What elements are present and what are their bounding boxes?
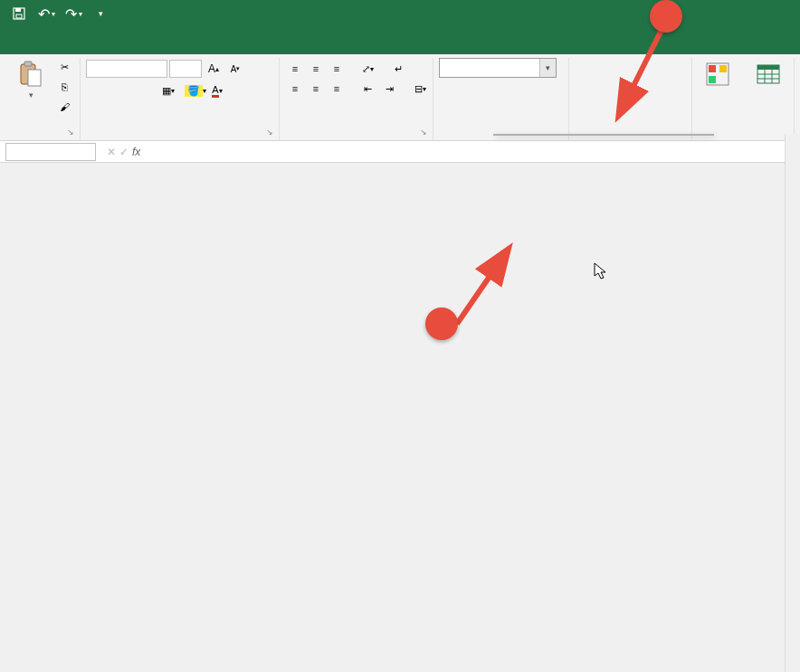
- font-name-select[interactable]: [86, 60, 167, 78]
- number-format-combo[interactable]: ▾: [439, 58, 557, 78]
- cut-button[interactable]: ✂: [54, 58, 74, 76]
- align-center-button[interactable]: ≡: [306, 80, 326, 98]
- svg-rect-5: [28, 70, 41, 86]
- qat-customize[interactable]: ▾: [89, 3, 112, 24]
- decrease-indent-button[interactable]: ⇤: [357, 80, 377, 98]
- font-color-button[interactable]: A▾: [207, 81, 227, 99]
- bold-button[interactable]: [86, 81, 106, 99]
- align-middle-button[interactable]: ≡: [306, 60, 326, 78]
- align-bottom-button[interactable]: ≡: [327, 60, 347, 78]
- callout-2: [425, 308, 458, 340]
- number-format-menu: [493, 134, 714, 136]
- number-format-dropdown-arrow[interactable]: ▾: [539, 59, 556, 77]
- mouse-cursor: [594, 262, 608, 280]
- align-top-button[interactable]: ≡: [285, 60, 305, 78]
- underline-button[interactable]: [129, 81, 149, 99]
- group-number: ▾: [433, 58, 569, 140]
- svg-rect-9: [709, 76, 716, 83]
- font-launcher[interactable]: ↘: [264, 128, 275, 138]
- svg-line-19: [457, 251, 507, 324]
- callout-1: [650, 0, 682, 33]
- cond-format-icon: [703, 60, 732, 89]
- align-left-button[interactable]: ≡: [285, 80, 305, 98]
- format-painter-button[interactable]: 🖌: [54, 98, 74, 116]
- group-alignment: ≡ ≡ ≡ ⤢▾ ↵ ≡ ≡ ≡ ⇤ ⇥ ⊟▾: [280, 58, 433, 140]
- undo-button[interactable]: ↶▾: [34, 3, 58, 24]
- fx-button[interactable]: fx: [132, 146, 140, 158]
- group-clipboard: ▾ ✂ ⎘ 🖌 ↘: [5, 58, 81, 140]
- save-button[interactable]: [7, 3, 31, 24]
- formula-bar: ✕ ✓ fx: [0, 141, 800, 163]
- enter-formula-button[interactable]: ✓: [119, 146, 129, 158]
- quick-access-toolbar: ↶▾ ↷▾ ▾: [7, 3, 112, 24]
- cancel-formula-button[interactable]: ✕: [107, 146, 116, 158]
- group-font: A▴ A▾ ▦▾ 🪣▾ A▾ ↘: [81, 58, 280, 140]
- decrease-font-button[interactable]: A▾: [225, 60, 245, 78]
- increase-indent-button[interactable]: ⇥: [379, 80, 399, 98]
- paste-button[interactable]: ▾: [11, 58, 51, 101]
- vertical-scrollbar[interactable]: [785, 134, 800, 672]
- paste-icon: [16, 60, 45, 89]
- copy-button[interactable]: ⎘: [54, 78, 74, 96]
- fill-color-button[interactable]: 🪣▾: [186, 81, 205, 99]
- formula-input[interactable]: [146, 144, 800, 160]
- increase-font-button[interactable]: A▴: [204, 60, 224, 78]
- ribbon-tabs: [0, 27, 800, 54]
- format-as-table-button[interactable]: [748, 58, 788, 92]
- svg-rect-1: [15, 8, 21, 12]
- svg-rect-2: [16, 14, 22, 18]
- name-box[interactable]: [5, 143, 96, 161]
- svg-rect-7: [709, 65, 716, 72]
- group-cond-format: [691, 58, 743, 140]
- conditional-formatting-button[interactable]: [698, 58, 738, 90]
- table-icon: [754, 60, 783, 89]
- redo-button[interactable]: ↷▾: [62, 3, 85, 24]
- align-right-button[interactable]: ≡: [327, 80, 347, 98]
- svg-rect-11: [757, 65, 779, 70]
- wrap-text-button[interactable]: ↵: [388, 60, 408, 78]
- ribbon: ▾ ✂ ⎘ 🖌 ↘ A▴ A▾ ▦▾: [0, 54, 800, 141]
- group-styles: [743, 58, 795, 140]
- border-button[interactable]: ▦▾: [158, 81, 178, 99]
- svg-rect-8: [719, 65, 727, 72]
- clipboard-launcher[interactable]: ↘: [65, 128, 76, 138]
- orientation-button[interactable]: ⤢▾: [357, 60, 377, 78]
- align-launcher[interactable]: ↘: [418, 128, 429, 138]
- merge-button[interactable]: ⊟▾: [410, 80, 430, 98]
- font-size-select[interactable]: [169, 60, 202, 78]
- italic-button[interactable]: [108, 81, 128, 99]
- svg-rect-4: [24, 62, 32, 66]
